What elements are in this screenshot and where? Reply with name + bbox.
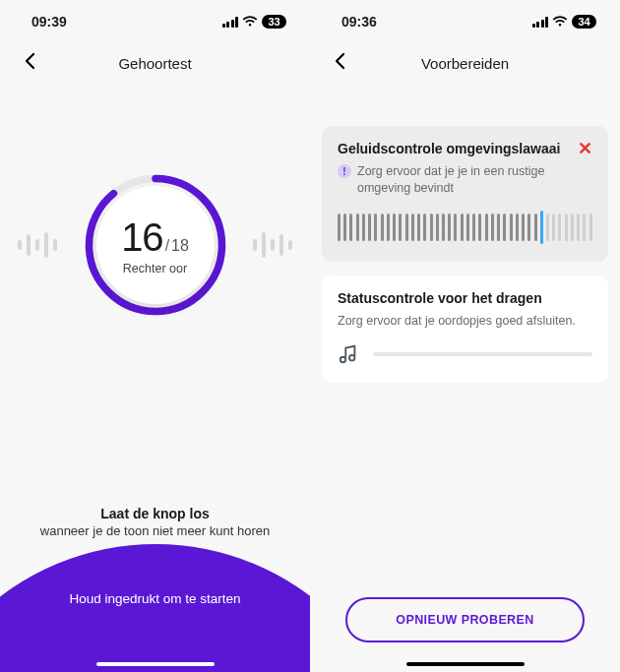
- progress-dial-inner: 16 / 18 Rechter oor: [96, 186, 215, 304]
- hold-button-label: Houd ingedrukt om te starten: [69, 591, 240, 672]
- chevron-left-icon: [24, 52, 35, 70]
- signal-icon: [532, 17, 549, 28]
- wear-card-subtitle: Zorg ervoor dat je oordopjes goed afslui…: [338, 313, 592, 330]
- close-icon[interactable]: ✕: [578, 140, 592, 157]
- instruction-block: Laat de knop los wanneer je de toon niet…: [21, 506, 289, 538]
- main-content: Geluidscontrole omgevingslawaai ✕ ! Zorg…: [310, 83, 620, 672]
- screen-hearing-test: 09:39 33 Gehoortest 16: [0, 0, 310, 672]
- clock: 09:39: [31, 14, 67, 30]
- wear-card-title: Statuscontrole voor het dragen: [338, 290, 542, 306]
- battery-badge: 34: [572, 15, 596, 29]
- info-icon: !: [338, 164, 351, 178]
- progress-count: 16 / 18: [121, 215, 189, 260]
- signal-icon: [222, 17, 239, 28]
- noise-card-title: Geluidscontrole omgevingslawaai: [338, 141, 560, 156]
- instruction-title: Laat de knop los: [40, 506, 270, 521]
- progress-current: 16: [121, 215, 163, 260]
- status-bar: 09:39 33: [0, 0, 310, 43]
- status-indicators: 33: [222, 15, 287, 29]
- progress-dial: 16 / 18 Rechter oor: [0, 171, 310, 319]
- wear-status-card: Statuscontrole voor het dragen Zorg ervo…: [322, 275, 608, 383]
- noise-card-subtitle: Zorg ervoor dat je je in een rustige omg…: [357, 163, 592, 197]
- header: Gehoortest: [0, 43, 310, 83]
- instruction-subtitle: wanneer je de toon niet meer kunt horen: [40, 523, 270, 538]
- home-indicator[interactable]: [406, 662, 525, 666]
- music-note-icon: [338, 343, 359, 365]
- wear-progress-track: [373, 352, 592, 356]
- home-indicator[interactable]: [96, 662, 215, 666]
- waveform-decor-right: [253, 225, 292, 265]
- ear-label: Rechter oor: [123, 262, 187, 275]
- wifi-icon: [552, 16, 568, 28]
- page-title: Gehoortest: [0, 55, 310, 72]
- retry-button[interactable]: OPNIEUW PROBEREN: [345, 597, 585, 642]
- noise-level-meter: [338, 211, 592, 244]
- clock: 09:36: [341, 14, 377, 30]
- header: Voorbereiden: [310, 43, 620, 83]
- chevron-left-icon: [334, 52, 345, 70]
- noise-check-card: Geluidscontrole omgevingslawaai ✕ ! Zorg…: [322, 126, 608, 262]
- progress-separator: /: [165, 237, 169, 255]
- waveform-decor-left: [18, 225, 57, 265]
- back-button[interactable]: [326, 46, 353, 80]
- status-indicators: 34: [532, 15, 597, 29]
- page-title: Voorbereiden: [310, 55, 620, 72]
- retry-button-label: OPNIEUW PROBEREN: [396, 613, 533, 627]
- wifi-icon: [242, 16, 258, 28]
- battery-badge: 33: [262, 15, 286, 29]
- progress-total: 18: [171, 237, 189, 255]
- status-bar: 09:36 34: [310, 0, 620, 43]
- screen-prepare: 09:36 34 Voorbereiden Geluidscontrole om…: [310, 0, 620, 672]
- back-button[interactable]: [16, 46, 43, 80]
